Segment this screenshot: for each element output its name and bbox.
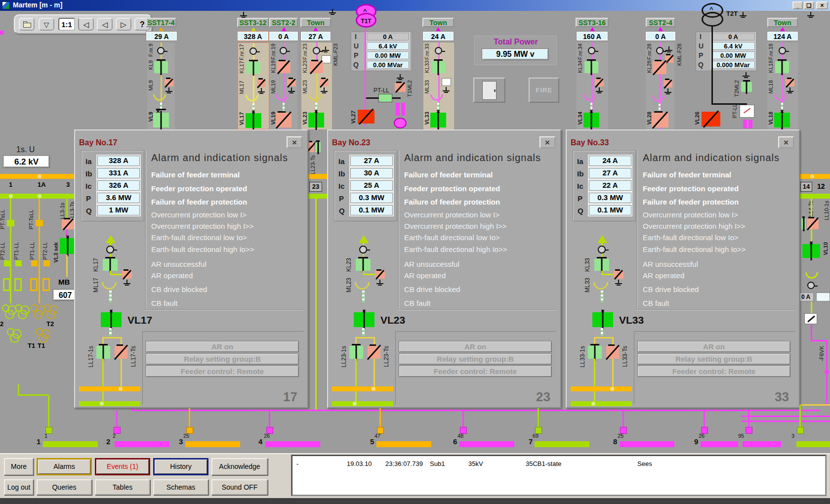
door-button[interactable] [473, 78, 505, 103]
first-page-button[interactable]: ◁ [78, 18, 94, 31]
breaker-closed[interactable] [153, 113, 169, 127]
breaker-vl3[interactable] [60, 238, 76, 254]
disconnector-closed[interactable] [103, 259, 118, 271]
breaker-vl10[interactable] [802, 244, 820, 258]
earth-switch[interactable] [375, 271, 385, 279]
sound-off-button[interactable]: Sound OFF [211, 479, 268, 495]
ll3-switch-open[interactable] [62, 219, 75, 229]
feeder-control-button[interactable]: Feeder control: Remote [146, 366, 299, 377]
breaker-vl27-open[interactable] [358, 110, 374, 124]
disconnector-closed[interactable] [349, 346, 363, 359]
breaker-closed[interactable] [246, 113, 261, 128]
close-icon[interactable]: × [778, 136, 794, 148]
ar-on-button[interactable]: AR on [637, 341, 790, 352]
bay-header-town-23[interactable]: Town [300, 18, 331, 27]
breaker-closed[interactable] [430, 113, 446, 127]
disconnector-open[interactable] [115, 346, 127, 359]
events-button[interactable]: Events (1) [95, 458, 150, 475]
disconnector-box[interactable] [804, 313, 817, 324]
earth-switch[interactable] [614, 271, 623, 279]
bay-column: F.nr.19 KL19 ML19 VL19 [270, 42, 297, 129]
collapse-button[interactable]: ▽ [39, 18, 54, 31]
bay-header-town-33[interactable]: Town [422, 18, 454, 27]
vt-label: 2 [0, 320, 3, 328]
bay-header-sst17-4[interactable]: SST17-4 [146, 18, 176, 27]
disconnector-open[interactable] [606, 346, 619, 359]
disconnector-closed[interactable] [431, 61, 445, 73]
queries-button[interactable]: Queries [37, 479, 92, 495]
transformer-t1t[interactable]: T1T [356, 13, 376, 28]
bay-header-sst2-4[interactable]: SST2-4 [646, 18, 675, 27]
open-folder-icon[interactable] [19, 18, 35, 31]
tables-button[interactable]: Tables [95, 479, 150, 495]
pt-ll-box[interactable] [378, 94, 392, 102]
earth-switch[interactable] [595, 79, 604, 86]
fire-button[interactable]: FIRE [529, 78, 559, 103]
t2ml2-switch[interactable] [741, 82, 752, 92]
disconnector-closed[interactable] [96, 346, 110, 359]
breaker-closed[interactable] [583, 113, 599, 127]
disconnector-open[interactable] [277, 61, 290, 73]
breaker-closed[interactable] [101, 312, 122, 327]
meas-value-ia: 24 A [589, 156, 631, 166]
next-page-button[interactable]: ▷ [116, 18, 131, 31]
relay-group-button[interactable]: Relay setting group:B [146, 353, 299, 365]
relay-group-button[interactable]: Relay setting group:B [637, 353, 790, 365]
disconnector-closed[interactable] [154, 61, 168, 73]
history-button[interactable]: History [153, 458, 208, 475]
feeder-control-button[interactable]: Feeder control: Remote [399, 366, 552, 377]
breaker-closed[interactable] [592, 312, 613, 327]
breaker-closed[interactable] [354, 312, 374, 327]
bay-header-town-18[interactable]: Town [767, 18, 798, 27]
close-icon[interactable]: × [540, 136, 555, 148]
pt-ll-box[interactable] [740, 105, 754, 118]
more-button[interactable]: More [4, 458, 34, 475]
relay-group-button[interactable]: Relay setting group:B [399, 353, 552, 365]
feeder-junction-box[interactable] [797, 427, 804, 434]
earth-switch[interactable] [165, 79, 173, 86]
transformer-t2t[interactable] [702, 12, 723, 27]
disconnector-closed[interactable] [594, 259, 609, 271]
zoom-1-1-button[interactable]: 1:1 [58, 18, 75, 31]
breaker-closed[interactable] [774, 113, 790, 127]
breaker-closed[interactable] [308, 113, 324, 127]
disconnector-closed[interactable] [584, 61, 598, 73]
earth-switch[interactable] [786, 79, 794, 86]
schemas-button[interactable]: Schemas [153, 479, 208, 495]
event-log[interactable]: - 19.03.10 23:36:07.739 Sub1 35kV 35CB1-… [291, 455, 826, 496]
logout-button[interactable]: Log out [4, 479, 34, 495]
alarms-button[interactable]: Alarms [37, 458, 92, 475]
earth-switch[interactable] [664, 80, 672, 87]
disconnector-closed[interactable] [588, 346, 602, 359]
disconnector-open[interactable] [309, 61, 323, 73]
prev-page-button[interactable]: ◁ [97, 18, 113, 31]
earth-switch[interactable] [122, 271, 132, 279]
disconnector-closed[interactable] [775, 61, 789, 73]
breaker-vl26-open[interactable] [702, 112, 720, 126]
breaker-open[interactable] [276, 113, 291, 127]
bay-header-sst3-12[interactable]: SST3-12 [237, 18, 269, 27]
disconnector-closed[interactable] [356, 259, 371, 271]
disconnector-open[interactable] [653, 61, 666, 74]
earth-switch[interactable] [287, 79, 296, 86]
minimize-icon[interactable]: _ [792, 1, 803, 9]
close-icon[interactable]: × [287, 136, 302, 148]
bay-header-sst2-2[interactable]: SST2-2 [269, 18, 298, 27]
breaker-open[interactable] [652, 113, 668, 127]
earth-switch[interactable] [320, 79, 329, 86]
ll-switch-open[interactable] [807, 218, 819, 229]
earth-switch[interactable] [442, 78, 451, 86]
disconnector-open[interactable] [368, 346, 380, 359]
ar-on-button[interactable]: AR on [146, 341, 299, 352]
acknowledge-button[interactable]: Acknowledge [211, 458, 268, 475]
bay-header-sst3-16[interactable]: SST3-16 [576, 18, 609, 27]
feeder-control-button[interactable]: Feeder control: Remote [637, 366, 790, 377]
line [811, 301, 812, 313]
maximize-icon[interactable]: ❏ [804, 1, 814, 9]
disconnector-closed[interactable] [247, 62, 260, 74]
t1ml2-switch[interactable] [395, 83, 406, 92]
earth-switch[interactable] [257, 80, 266, 87]
close-icon[interactable]: × [816, 1, 828, 9]
ar-on-button[interactable]: AR on [399, 341, 552, 352]
feeder-junction-box[interactable] [746, 427, 752, 434]
